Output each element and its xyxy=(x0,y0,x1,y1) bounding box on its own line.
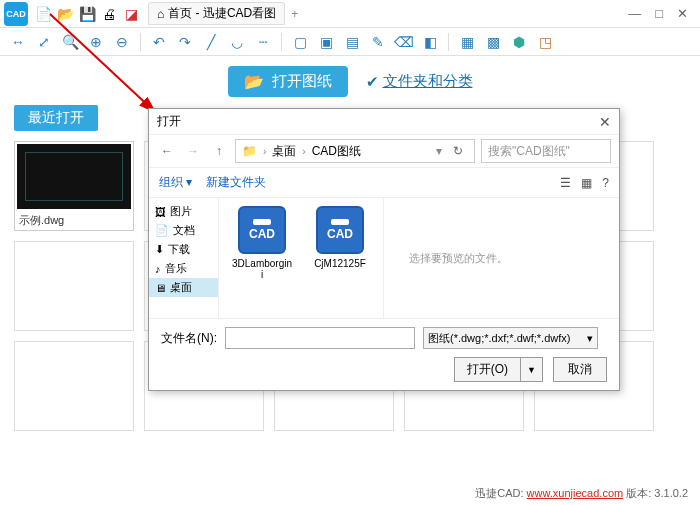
crumb-desktop[interactable]: 桌面 xyxy=(272,143,296,160)
undo-icon[interactable]: ↶ xyxy=(149,32,169,52)
tree-item[interactable]: ♪音乐 xyxy=(149,259,218,278)
tree-item-icon: ⬇ xyxy=(155,243,164,256)
folder-icon: 📂 xyxy=(244,72,264,91)
zoom-in-icon[interactable]: ⊕ xyxy=(86,32,106,52)
print-icon[interactable]: 🖨 xyxy=(100,5,118,23)
dialog-bottom: 文件名(N): 图纸(*.dwg;*.dxf;*.dwf;*.dwfx) ▾ 打… xyxy=(149,318,619,390)
recent-empty-slot xyxy=(14,341,134,431)
folder-tree: 🖼图片📄文档⬇下载♪音乐🖥桌面 xyxy=(149,198,219,318)
window-controls: — □ ✕ xyxy=(628,6,696,21)
tree-item[interactable]: 🖼图片 xyxy=(149,202,218,221)
props-icon[interactable]: ▦ xyxy=(457,32,477,52)
crumb-folder[interactable]: CAD图纸 xyxy=(312,143,361,160)
tree-item-icon: 🖼 xyxy=(155,206,166,218)
organize-menu[interactable]: 组织 ▾ xyxy=(159,174,192,191)
filename-input[interactable] xyxy=(225,327,415,349)
footer-version: 3.1.0.2 xyxy=(654,487,688,499)
tree-item[interactable]: 🖥桌面 xyxy=(149,278,218,297)
view-list-icon[interactable]: ☰ xyxy=(560,176,571,190)
help-icon[interactable]: ? xyxy=(602,176,609,190)
thumbnail-image xyxy=(17,144,131,209)
arc-icon[interactable]: ◡ xyxy=(227,32,247,52)
tree-item[interactable]: 📄文档 xyxy=(149,221,218,240)
tab-home[interactable]: ⌂ 首页 - 迅捷CAD看图 xyxy=(148,2,285,25)
file-area: CAD3DLamborginiCADCjM12125F 选择要预览的文件。 xyxy=(219,198,619,318)
minimize-button[interactable]: — xyxy=(628,6,641,21)
new-folder-button[interactable]: 新建文件夹 xyxy=(206,174,266,191)
open-drawing-button[interactable]: 📂 打开图纸 xyxy=(228,66,348,97)
color-icon[interactable]: ◧ xyxy=(420,32,440,52)
recent-header: 最近打开 xyxy=(14,105,98,131)
tree-item-label: 下载 xyxy=(168,242,190,257)
tree-item-label: 音乐 xyxy=(165,261,187,276)
close-button[interactable]: ✕ xyxy=(677,6,688,21)
footer: 迅捷CAD: www.xunjiecad.com 版本: 3.1.0.2 xyxy=(475,486,688,501)
dash-icon[interactable]: ┄ xyxy=(253,32,273,52)
search-input[interactable]: 搜索"CAD图纸" xyxy=(481,139,611,163)
separator xyxy=(281,33,282,51)
maximize-button[interactable]: □ xyxy=(655,6,663,21)
layer-icon[interactable]: ▤ xyxy=(342,32,362,52)
nav-forward-button[interactable]: → xyxy=(183,141,203,161)
open-dialog: 打开 ✕ ← → ↑ 📁 › 桌面 › CAD图纸 ▾ ↻ 搜索"CAD图纸" … xyxy=(148,108,620,391)
crumb-sep: › xyxy=(263,146,266,157)
open-icon[interactable]: 📂 xyxy=(56,5,74,23)
open-dropdown-icon[interactable]: ▼ xyxy=(521,362,542,378)
cancel-button[interactable]: 取消 xyxy=(553,357,607,382)
separator xyxy=(140,33,141,51)
cad-file-icon: CAD xyxy=(316,206,364,254)
preview-pane: 选择要预览的文件。 xyxy=(383,198,533,318)
view-grid-icon[interactable]: ▦ xyxy=(581,176,592,190)
nav-back-button[interactable]: ← xyxy=(157,141,177,161)
dialog-close-button[interactable]: ✕ xyxy=(599,114,611,130)
filename-label: 文件名(N): xyxy=(161,330,217,347)
erase-icon[interactable]: ⌫ xyxy=(394,32,414,52)
pan-icon[interactable]: ↔ xyxy=(8,32,28,52)
dialog-title: 打开 xyxy=(157,113,181,130)
filetype-label: 图纸(*.dwg;*.dxf;*.dwf;*.dwfx) xyxy=(428,331,570,346)
file-label: CjM12125F xyxy=(314,258,366,269)
dialog-titlebar: 打开 ✕ xyxy=(149,109,619,134)
zoom-out-icon[interactable]: ⊖ xyxy=(112,32,132,52)
nav-refresh-button[interactable]: ↻ xyxy=(448,141,468,161)
tree-item-icon: 🖥 xyxy=(155,282,166,294)
window-icon[interactable]: ◪ xyxy=(122,5,140,23)
file-item[interactable]: CAD3DLamborgini xyxy=(231,206,293,310)
dialog-body: 🖼图片📄文档⬇下载♪音乐🖥桌面 CAD3DLamborginiCADCjM121… xyxy=(149,198,619,318)
open-drawing-label: 打开图纸 xyxy=(272,72,332,91)
window2-icon[interactable]: ▣ xyxy=(316,32,336,52)
tree-item[interactable]: ⬇下载 xyxy=(149,240,218,259)
zoom-extents-icon[interactable]: ⤢ xyxy=(34,32,54,52)
save-icon[interactable]: 💾 xyxy=(78,5,96,23)
settings-icon[interactable]: ▩ xyxy=(483,32,503,52)
open-button[interactable]: 打开(O) ▼ xyxy=(454,357,543,382)
cad-file-icon: CAD xyxy=(238,206,286,254)
check-icon: ✔ xyxy=(366,73,379,91)
preview-hint: 选择要预览的文件。 xyxy=(409,251,508,266)
nav-up-button[interactable]: ↑ xyxy=(209,141,229,161)
3d-icon[interactable]: ⬢ xyxy=(509,32,529,52)
window1-icon[interactable]: ▢ xyxy=(290,32,310,52)
footer-prefix: 迅捷CAD: xyxy=(475,487,523,499)
tab-add[interactable]: + xyxy=(291,7,298,21)
folder-icon: 📁 xyxy=(242,144,257,158)
footer-link[interactable]: www.xunjiecad.com xyxy=(527,487,624,499)
batch-icon[interactable]: ◳ xyxy=(535,32,555,52)
home-icon: ⌂ xyxy=(157,7,164,21)
zoom-window-icon[interactable]: 🔍 xyxy=(60,32,80,52)
line-icon[interactable]: ╱ xyxy=(201,32,221,52)
separator xyxy=(448,33,449,51)
tree-item-label: 文档 xyxy=(173,223,195,238)
redo-icon[interactable]: ↷ xyxy=(175,32,195,52)
crumb-dropdown-icon[interactable]: ▾ xyxy=(436,144,442,158)
edit-icon[interactable]: ✎ xyxy=(368,32,388,52)
filetype-select[interactable]: 图纸(*.dwg;*.dxf;*.dwf;*.dwfx) ▾ xyxy=(423,327,598,349)
new-icon[interactable]: 📄 xyxy=(34,5,52,23)
recent-item[interactable]: 示例.dwg xyxy=(14,141,134,231)
tree-item-icon: 📄 xyxy=(155,224,169,237)
folders-categories-toggle[interactable]: ✔ 文件夹和分类 xyxy=(366,72,473,91)
thumbnail-label: 示例.dwg xyxy=(15,211,133,230)
toolbar: ↔ ⤢ 🔍 ⊕ ⊖ ↶ ↷ ╱ ◡ ┄ ▢ ▣ ▤ ✎ ⌫ ◧ ▦ ▩ ⬢ ◳ xyxy=(0,28,700,56)
file-item[interactable]: CADCjM12125F xyxy=(309,206,371,310)
breadcrumb[interactable]: 📁 › 桌面 › CAD图纸 ▾ ↻ xyxy=(235,139,475,163)
